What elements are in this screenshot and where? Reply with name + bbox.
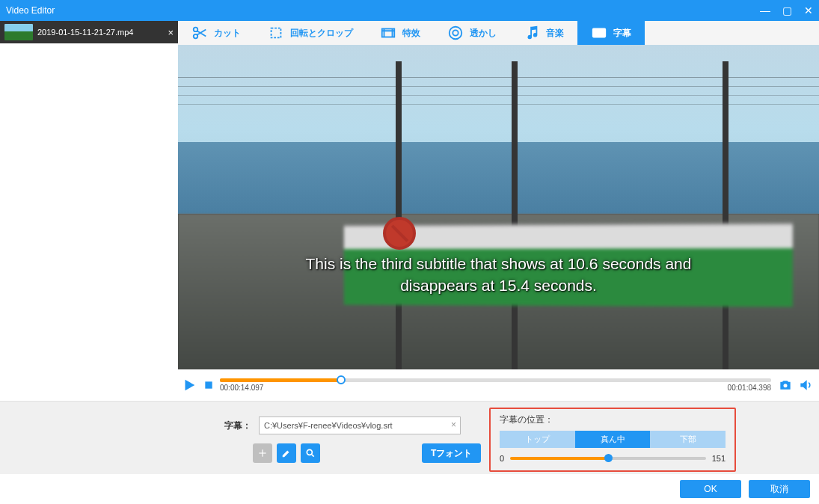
effects-icon: [380, 25, 396, 41]
playback-bar: 00:00:14.097 00:01:04.398: [178, 369, 819, 401]
svg-point-8: [784, 384, 788, 387]
position-title: 字幕の位置：: [500, 414, 726, 426]
maximize-icon[interactable]: ▢: [782, 4, 792, 16]
close-icon[interactable]: ✕: [804, 4, 813, 16]
segment-bottom[interactable]: 下部: [650, 431, 726, 448]
titlebar: Video Editor — ▢ ✕: [0, 0, 819, 21]
svg-rect-6: [593, 29, 606, 37]
volume-button[interactable]: [798, 378, 813, 393]
font-button[interactable]: Tフォント: [422, 443, 481, 463]
tab-label: カット: [214, 27, 241, 40]
file-name: 2019-01-15-11-21-27.mp4: [37, 28, 133, 37]
subtitle-label: 字幕：: [224, 420, 251, 432]
tab-label: 回転とクロップ: [290, 27, 353, 40]
file-close-icon[interactable]: ×: [168, 27, 174, 38]
svg-rect-7: [205, 381, 212, 388]
subtitle-path-field[interactable]: ×: [259, 417, 461, 434]
total-time: 00:01:04.398: [728, 384, 771, 392]
footer: OK 取消: [0, 474, 819, 504]
svg-point-4: [450, 27, 462, 40]
file-item[interactable]: 2019-01-15-11-21-27.mp4 ×: [0, 21, 178, 43]
scissors-icon: [191, 25, 208, 41]
tab-label: 透かし: [470, 27, 497, 40]
tab-label: 特效: [402, 27, 420, 40]
position-slider[interactable]: [510, 457, 706, 460]
file-sidebar: 2019-01-15-11-21-27.mp4 ×: [0, 21, 178, 401]
minimize-icon[interactable]: —: [760, 4, 770, 16]
tab-subtitle[interactable]: 字幕: [577, 21, 645, 45]
file-thumbnail: [4, 24, 33, 40]
music-icon: [524, 25, 540, 41]
video-preview: This is the third subtitle that shows at…: [178, 45, 819, 369]
subtitle-path-input[interactable]: [259, 417, 461, 434]
snapshot-button[interactable]: [777, 378, 794, 393]
position-segment: トップ 真ん中 下部: [500, 431, 726, 448]
subtitle-overlay: This is the third subtitle that shows at…: [178, 253, 819, 297]
search-subtitle-button[interactable]: [301, 443, 320, 463]
edit-subtitle-button[interactable]: [277, 443, 296, 463]
add-subtitle-button: [253, 443, 272, 463]
tab-watermark[interactable]: 透かし: [434, 21, 510, 45]
crop-rotate-icon: [268, 25, 284, 41]
clear-input-icon[interactable]: ×: [451, 420, 456, 430]
cancel-button[interactable]: 取消: [749, 480, 810, 498]
tab-effects[interactable]: 特效: [366, 21, 434, 45]
stop-button[interactable]: [203, 380, 214, 390]
timeline-slider[interactable]: [220, 378, 771, 382]
play-button[interactable]: [181, 377, 197, 393]
tool-tabs: カット 回転とクロップ 特效 透かし 音楽 字幕: [178, 21, 819, 45]
tab-cut[interactable]: カット: [178, 21, 254, 45]
svg-rect-2: [272, 28, 281, 38]
window-controls: — ▢ ✕: [760, 4, 813, 16]
position-value: 151: [712, 454, 726, 463]
segment-top[interactable]: トップ: [500, 431, 575, 448]
subtitle-position-box: 字幕の位置： トップ 真ん中 下部 0 151: [489, 408, 736, 472]
watermark-icon: [447, 25, 464, 41]
svg-point-5: [453, 30, 458, 35]
ok-button[interactable]: OK: [680, 480, 741, 498]
subtitle-icon: [591, 25, 607, 41]
subtitle-settings-panel: 字幕： × Tフォント 字幕の位置： トップ 真ん中 下部 0 151: [0, 401, 819, 474]
svg-point-9: [307, 449, 312, 455]
segment-middle[interactable]: 真ん中: [575, 431, 651, 448]
window-title: Video Editor: [6, 5, 55, 16]
tab-rotate-crop[interactable]: 回転とクロップ: [254, 21, 366, 45]
current-time: 00:00:14.097: [220, 384, 263, 392]
tab-label: 字幕: [613, 27, 631, 40]
position-min: 0: [500, 454, 504, 463]
tab-label: 音楽: [546, 27, 564, 40]
tab-music[interactable]: 音楽: [510, 21, 577, 45]
